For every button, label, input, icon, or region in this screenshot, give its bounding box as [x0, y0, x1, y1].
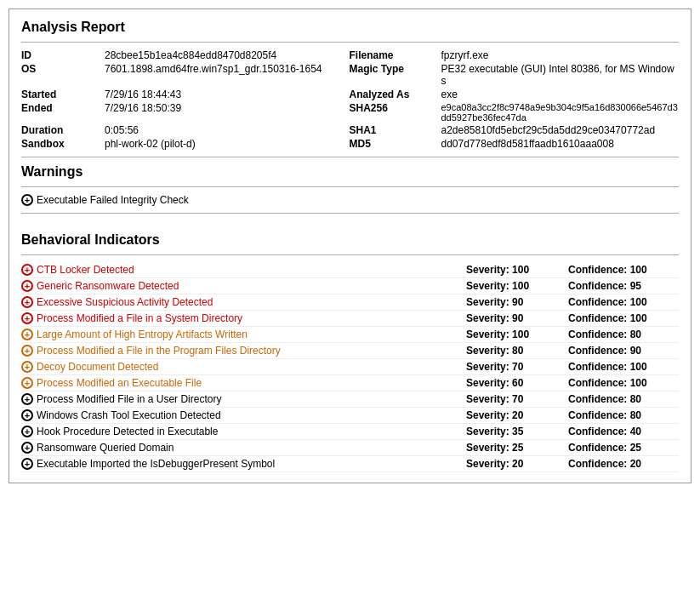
sha256-value: e9ca08a3cc2f8c9748a9e9b304c9f5a16d830066…	[441, 102, 680, 123]
indicator-row: Hook Procedure Detected in Executable Se…	[21, 424, 679, 440]
os-label: OS	[21, 63, 98, 87]
indicator-row: Generic Ransomware Detected Severity: 10…	[21, 278, 679, 294]
indicator-link[interactable]: Large Amount of High Entropy Artifacts W…	[37, 329, 248, 340]
warning-item: Executable Failed Integrity Check	[21, 194, 679, 206]
indicator-icon	[21, 442, 33, 454]
indicator-confidence: Confidence: 20	[568, 458, 679, 470]
indicator-link[interactable]: Generic Ransomware Detected	[37, 280, 179, 292]
sha1-label: SHA1	[350, 124, 435, 136]
indicator-link[interactable]: CTB Locker Detected	[37, 264, 134, 276]
duration-label: Duration	[21, 124, 98, 136]
filename-value: fpzryrf.exe	[441, 49, 680, 61]
indicator-severity: Severity: 90	[466, 312, 568, 324]
warning-text: Executable Failed Integrity Check	[37, 194, 189, 206]
warning-icon	[21, 194, 33, 206]
indicator-name: Large Amount of High Entropy Artifacts W…	[21, 329, 466, 340]
behavioral-title: Behavioral Indicators	[21, 232, 679, 248]
indicator-icon	[21, 296, 33, 308]
indicator-link[interactable]: Decoy Document Detected	[37, 361, 158, 373]
ended-value: 7/29/16 18:50:39	[105, 102, 343, 123]
indicator-row: Process Modified a File in the Program F…	[21, 343, 679, 359]
indicator-link[interactable]: Hook Procedure Detected in Executable	[37, 426, 218, 437]
indicator-confidence: Confidence: 80	[568, 329, 679, 340]
indicator-row: Excessive Suspicious Activity Detected S…	[21, 294, 679, 311]
behavioral-section: Behavioral Indicators CTB Locker Detecte…	[21, 232, 679, 472]
indicator-name: Windows Crash Tool Execution Detected	[21, 409, 466, 421]
started-value: 7/29/16 18:44:43	[105, 89, 343, 100]
indicator-confidence: Confidence: 100	[568, 312, 679, 324]
indicator-severity: Severity: 100	[466, 329, 568, 340]
magic-type-value: PE32 executable (GUI) Intel 80386, for M…	[441, 63, 680, 87]
indicator-icon	[21, 377, 33, 389]
indicator-link[interactable]: Process Modified a File in a System Dire…	[37, 312, 242, 324]
indicator-severity: Severity: 20	[466, 409, 568, 421]
indicator-link[interactable]: Process Modified a File in the Program F…	[37, 345, 281, 357]
indicator-icon	[21, 329, 33, 340]
indicator-confidence: Confidence: 80	[568, 409, 679, 421]
analyzed-as-value: exe	[441, 89, 680, 100]
indicator-link[interactable]: Executable Imported the IsDebuggerPresen…	[37, 458, 275, 470]
indicator-name: CTB Locker Detected	[21, 264, 466, 276]
md5-label: MD5	[350, 138, 435, 150]
indicator-link[interactable]: Windows Crash Tool Execution Detected	[37, 409, 221, 421]
indicator-severity: Severity: 70	[466, 361, 568, 373]
indicator-name: Hook Procedure Detected in Executable	[21, 426, 466, 437]
sandbox-value: phl-work-02 (pilot-d)	[105, 138, 343, 150]
indicator-icon	[21, 426, 33, 437]
indicator-name: Executable Imported the IsDebuggerPresen…	[21, 458, 466, 470]
indicator-confidence: Confidence: 95	[568, 280, 679, 292]
indicator-icon	[21, 458, 33, 470]
indicator-link[interactable]: Process Modified File in a User Director…	[37, 393, 221, 405]
behavioral-list: CTB Locker Detected Severity: 100 Confid…	[21, 262, 679, 472]
indicator-severity: Severity: 25	[466, 442, 568, 454]
indicator-row: Windows Crash Tool Execution Detected Se…	[21, 408, 679, 424]
sha1-value: a2de85810fd5ebcf29c5da5dd29ce03470772ad	[441, 124, 680, 136]
indicator-icon	[21, 361, 33, 373]
indicator-row: Ransomware Queried Domain Severity: 25 C…	[21, 440, 679, 456]
indicator-severity: Severity: 70	[466, 393, 568, 405]
indicator-row: Process Modified File in a User Director…	[21, 391, 679, 408]
filename-label: Filename	[350, 49, 435, 61]
duration-value: 0:05:56	[105, 124, 343, 136]
indicator-confidence: Confidence: 100	[568, 361, 679, 373]
indicator-name: Process Modified File in a User Director…	[21, 393, 466, 405]
indicator-severity: Severity: 100	[466, 264, 568, 276]
sandbox-label: Sandbox	[21, 138, 98, 150]
magic-type-label: Magic Type	[350, 63, 435, 87]
indicator-confidence: Confidence: 25	[568, 442, 679, 454]
indicator-icon	[21, 280, 33, 292]
indicator-name: Decoy Document Detected	[21, 361, 466, 373]
indicator-severity: Severity: 100	[466, 280, 568, 292]
sha256-label: SHA256	[350, 102, 435, 123]
indicator-link[interactable]: Ransomware Queried Domain	[37, 442, 174, 454]
indicator-confidence: Confidence: 100	[568, 296, 679, 308]
indicator-icon	[21, 345, 33, 357]
indicator-row: Process Modified an Executable File Seve…	[21, 375, 679, 391]
id-value: 28cbee15b1ea4c884edd8470d8205f4	[105, 49, 343, 61]
indicator-row: CTB Locker Detected Severity: 100 Confid…	[21, 262, 679, 278]
indicator-severity: Severity: 80	[466, 345, 568, 357]
indicator-link[interactable]: Excessive Suspicious Activity Detected	[37, 296, 213, 308]
info-grid: ID 28cbee15b1ea4c884edd8470d8205f4 Filen…	[21, 49, 679, 150]
indicator-icon	[21, 312, 33, 324]
indicator-name: Process Modified an Executable File	[21, 377, 466, 389]
indicator-severity: Severity: 20	[466, 458, 568, 470]
indicator-confidence: Confidence: 90	[568, 345, 679, 357]
indicator-name: Process Modified a File in the Program F…	[21, 345, 466, 357]
indicator-row: Decoy Document Detected Severity: 70 Con…	[21, 359, 679, 375]
warnings-title: Warnings	[21, 164, 679, 180]
report-container: Analysis Report ID 28cbee15b1ea4c884edd8…	[9, 9, 691, 483]
indicator-confidence: Confidence: 40	[568, 426, 679, 437]
indicator-severity: Severity: 35	[466, 426, 568, 437]
indicator-icon	[21, 393, 33, 405]
analyzed-as-label: Analyzed As	[350, 89, 435, 100]
indicator-link[interactable]: Process Modified an Executable File	[37, 377, 202, 389]
indicator-row: Executable Imported the IsDebuggerPresen…	[21, 456, 679, 472]
indicator-icon	[21, 409, 33, 421]
report-title: Analysis Report	[21, 20, 679, 35]
id-label: ID	[21, 49, 98, 61]
indicator-name: Generic Ransomware Detected	[21, 280, 466, 292]
indicator-row: Process Modified a File in a System Dire…	[21, 311, 679, 327]
indicator-severity: Severity: 90	[466, 296, 568, 308]
ended-label: Ended	[21, 102, 98, 123]
